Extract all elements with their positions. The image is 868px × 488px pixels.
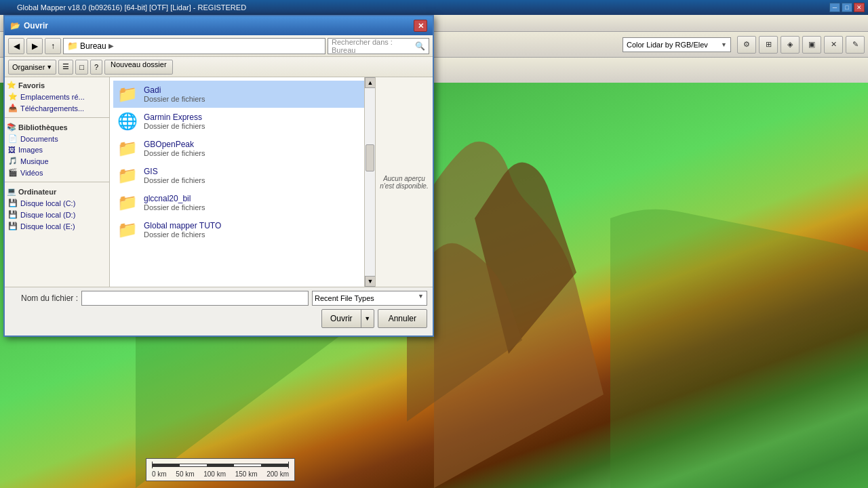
folder-icon-nav: 📁	[67, 41, 78, 51]
up-button[interactable]: ↑	[45, 38, 61, 54]
close-button[interactable]: ✕	[854, 3, 865, 12]
view-preview-btn[interactable]: □	[75, 60, 88, 75]
open-button-main[interactable]: Ouvrir	[322, 310, 361, 327]
file-type-gbopenp: Dossier de fichiers	[144, 149, 205, 157]
libraries-section: 📚 Bibliothèques 📄 Documents 🖼 Images 🎵 M…	[5, 119, 109, 180]
color-lidar-settings[interactable]: ⚙	[737, 36, 756, 54]
nav-item-disk-c[interactable]: 💾 Disque local (C:)	[5, 197, 109, 209]
documents-label: Documents	[20, 135, 58, 143]
nav-sep2	[5, 182, 109, 182]
musique-icon: 🎵	[8, 157, 18, 165]
libraries-header[interactable]: 📚 Bibliothèques	[5, 121, 109, 133]
nav-item-disk-d[interactable]: 💾 Disque local (D:)	[5, 209, 109, 220]
favorites-label: Favoris	[18, 81, 45, 89]
dialog-titlebar: 📂 Ouvrir ✕	[5, 16, 433, 35]
file-name-garmin: Garmin Express	[144, 113, 205, 122]
nav-item-telechargements[interactable]: 📥 Téléchargements...	[5, 102, 109, 114]
search-icon: 🔍	[415, 41, 425, 51]
disk-d-icon: 💾	[8, 210, 18, 219]
computer-label: Ordinateur	[18, 188, 56, 196]
back-button[interactable]: ◀	[8, 38, 24, 54]
nav-item-musique[interactable]: 🎵 Musique	[5, 155, 109, 167]
disk-e-label: Disque local (E:)	[20, 222, 75, 230]
location-arrow: ▶	[108, 42, 114, 49]
help-btn[interactable]: ?	[90, 60, 102, 75]
file-type-gis: Dossier de fichiers	[144, 176, 205, 184]
nav-item-emplacements[interactable]: ⭐ Emplacements ré...	[5, 91, 109, 102]
file-item-garmin[interactable]: 🌐 Garmin Express Dossier de fichiers	[113, 108, 372, 135]
file-info-gm-tuto: Global mapper TUTO Dossier de fichiers	[144, 221, 221, 239]
dialog-bottom: Nom du fichier : Recent File Types Ouvri…	[5, 287, 433, 331]
file-name-gis: GIS	[144, 167, 205, 176]
color-lidar-btn2[interactable]: ⊞	[759, 36, 778, 54]
filetype-select[interactable]: Recent File Types	[312, 291, 427, 306]
color-lidar-label: Color Lidar by RGB/Elev	[627, 41, 708, 49]
color-lidar-btn6[interactable]: ✎	[846, 36, 865, 54]
file-list-scrollbar[interactable]: ▲ ▼	[364, 77, 375, 287]
file-item-glccnal[interactable]: 📁 glccnal20_bil Dossier de fichiers	[113, 189, 372, 216]
view-toggle-btn[interactable]: ☰	[58, 60, 73, 75]
filetype-wrapper: Recent File Types	[312, 291, 427, 306]
scrollbar-thumb[interactable]	[366, 144, 374, 171]
file-list[interactable]: 📁 Gadi Dossier de fichiers 🌐 Garmin Expr…	[110, 77, 375, 287]
organize-button[interactable]: Organiser ▼	[8, 60, 56, 75]
computer-section: 💻 Ordinateur 💾 Disque local (C:) 💾 Disqu…	[5, 184, 109, 234]
file-info-gbopenp: GBOpenPeak Dossier de fichiers	[144, 140, 205, 157]
favorites-section: ⭐ Favoris ⭐ Emplacements ré... 📥 Télécha…	[5, 77, 109, 116]
color-lidar-btn4[interactable]: ▣	[802, 36, 821, 54]
nav-item-documents[interactable]: 📄 Documents	[5, 133, 109, 144]
file-item-gm-tuto[interactable]: 📁 Global mapper TUTO Dossier de fichiers	[113, 216, 372, 243]
buttons-row: Ouvrir ▼ Annuler	[10, 309, 427, 328]
scroll-down-button[interactable]: ▼	[365, 276, 375, 287]
minimize-button[interactable]: ─	[829, 3, 840, 12]
color-lidar-btn3[interactable]: ◈	[781, 36, 800, 54]
dialog-left-nav: ⭐ Favoris ⭐ Emplacements ré... 📥 Télécha…	[5, 77, 110, 287]
dialog-toolbar-2: Organiser ▼ ☰ □ ? Nouveau dossier	[5, 57, 433, 77]
new-folder-button[interactable]: Nouveau dossier	[104, 60, 173, 75]
nav-item-videos[interactable]: 🎬 Vidéos	[5, 167, 109, 178]
filename-label: Nom du fichier :	[10, 293, 78, 303]
libraries-icon: 📚	[7, 123, 16, 131]
musique-label: Musique	[20, 157, 49, 165]
file-name-gm-tuto: Global mapper TUTO	[144, 221, 221, 230]
search-placeholder: Rechercher dans : Bureau	[332, 38, 415, 54]
dialog-title-area: 📂 Ouvrir	[10, 21, 48, 30]
videos-icon: 🎬	[8, 168, 18, 177]
scale-150: 150 km	[235, 470, 258, 478]
filename-input[interactable]	[81, 291, 309, 306]
scale-0: 0 km	[152, 470, 167, 478]
open-button-arrow[interactable]: ▼	[361, 310, 374, 327]
color-lidar-btn5[interactable]: ✕	[824, 36, 843, 54]
maximize-button[interactable]: □	[842, 3, 852, 12]
open-button-group[interactable]: Ouvrir ▼	[321, 309, 374, 328]
disk-d-label: Disque local (D:)	[20, 211, 75, 219]
file-item-gbopenp[interactable]: 📁 GBOpenPeak Dossier de fichiers	[113, 135, 372, 162]
scroll-up-button[interactable]: ▲	[365, 77, 375, 88]
scale-50: 50 km	[176, 470, 194, 478]
dialog-toolbar-1: ◀ ▶ ↑ 📁 Bureau ▶ Rechercher dans : Burea…	[5, 35, 433, 57]
file-item-gis[interactable]: 📁 GIS Dossier de fichiers	[113, 162, 372, 189]
location-bar[interactable]: 📁 Bureau ▶	[63, 38, 326, 54]
scale-bar: 0 km 50 km 100 km 150 km 200 km	[146, 458, 295, 481]
scrollbar-track[interactable]	[365, 88, 375, 276]
favorites-header[interactable]: ⭐ Favoris	[5, 79, 109, 91]
images-icon: 🖼	[8, 146, 16, 154]
file-info-garmin: Garmin Express Dossier de fichiers	[144, 113, 205, 130]
cancel-button[interactable]: Annuler	[378, 309, 427, 328]
color-lidar-dropdown[interactable]: Color Lidar by RGB/Elev ▼	[623, 37, 731, 52]
folder-icon-gm-tuto: 📁	[117, 219, 138, 241]
organize-label: Organiser	[12, 63, 45, 71]
search-box[interactable]: Rechercher dans : Bureau 🔍	[328, 38, 429, 54]
nav-item-disk-e[interactable]: 💾 Disque local (E:)	[5, 220, 109, 232]
computer-icon: 💻	[7, 187, 16, 196]
file-item-gadi[interactable]: 📁 Gadi Dossier de fichiers	[113, 81, 372, 108]
folder-icon-glccnal: 📁	[117, 192, 138, 214]
file-list-inner: 📁 Gadi Dossier de fichiers 🌐 Garmin Expr…	[110, 77, 375, 287]
nav-item-images[interactable]: 🖼 Images	[5, 144, 109, 155]
location-text: Bureau	[80, 41, 106, 51]
computer-header[interactable]: 💻 Ordinateur	[5, 186, 109, 197]
libraries-label: Bibliothèques	[18, 123, 68, 131]
videos-label: Vidéos	[20, 169, 43, 177]
forward-button[interactable]: ▶	[26, 38, 43, 54]
dialog-close-button[interactable]: ✕	[414, 20, 427, 32]
